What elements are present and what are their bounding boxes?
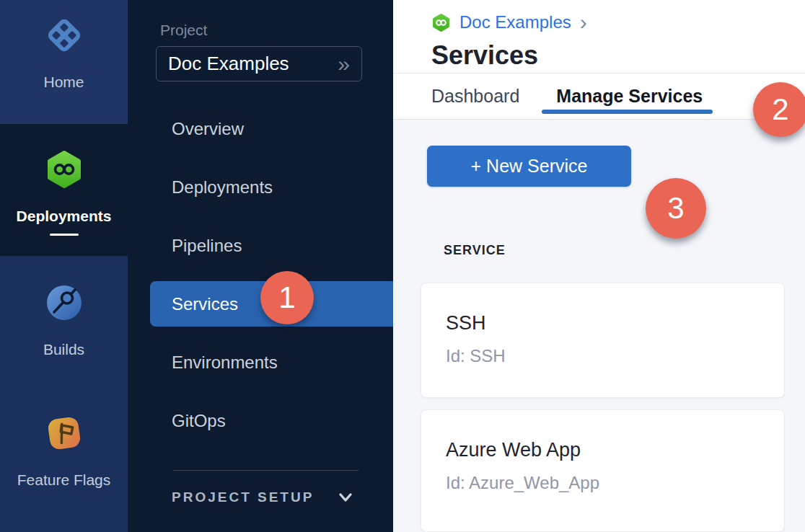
annotation-badge-3: 3 [646,178,706,239]
module-item-deployments[interactable]: Deployments [0,124,128,256]
chevron-right-icon: › [580,12,587,33]
breadcrumb: Doc Examples › [431,12,805,33]
service-card-azure-web-app[interactable]: Azure Web App Id: Azure_Web_App [421,409,785,532]
module-item-builds[interactable]: Builds [0,256,128,389]
module-item-home[interactable]: Home [0,0,128,124]
annotation-badge-1: 1 [260,271,314,324]
service-name: SSH [446,312,760,334]
app-window: Home Deployments [0,0,805,532]
sidebar-divider [173,470,358,471]
project-label: Project [160,22,393,39]
sidebar-item-pipelines[interactable]: Pipelines [128,216,393,275]
page-title: Services [431,40,805,71]
project-rail: Project Doc Examples » Overview Deployme… [128,0,393,532]
project-setup-toggle[interactable]: PROJECT SETUP [128,489,354,505]
active-module-underline [50,234,79,236]
annotation-badge-2: 2 [753,82,805,137]
project-switcher[interactable]: Doc Examples » [156,46,362,81]
chevron-down-icon [337,489,354,505]
module-item-feature-flags[interactable]: Feature Flags [0,389,128,532]
module-label-home: Home [43,74,84,91]
tab-bar: Dashboard Manage Services [393,74,805,120]
project-name: Doc Examples [168,53,289,75]
project-nav: Overview Deployments Pipelines Services … [128,99,393,450]
builds-icon [43,282,85,327]
page-header: Doc Examples › Services [393,0,805,74]
module-label-feature-flags: Feature Flags [17,471,111,489]
project-setup-label: PROJECT SETUP [172,489,314,505]
service-id: Id: SSH [446,346,760,366]
module-rail: Home Deployments [0,0,128,532]
module-label-deployments: Deployments [17,208,112,225]
sidebar-item-overview[interactable]: Overview [128,99,393,158]
sidebar-item-deployments[interactable]: Deployments [128,158,393,216]
module-label-builds: Builds [43,341,84,358]
tab-dashboard[interactable]: Dashboard [431,74,519,119]
home-icon [43,14,85,59]
deployments-icon [43,148,85,193]
service-id: Id: Azure_Web_App [446,473,760,493]
tab-manage-services[interactable]: Manage Services [556,74,703,119]
project-module-icon [431,13,451,32]
services-panel: + New Service SERVICE SSH Id: SSH Azure … [393,120,805,532]
new-service-button[interactable]: + New Service [427,146,631,187]
service-column-header: SERVICE [421,243,785,257]
service-name: Azure Web App [446,439,760,461]
service-card-ssh[interactable]: SSH Id: SSH [421,283,785,398]
main-content: Doc Examples › Services Dashboard Manage… [393,0,805,532]
feature-flags-icon [43,412,85,457]
breadcrumb-link-project[interactable]: Doc Examples [459,12,571,32]
sidebar-item-environments[interactable]: Environments [128,333,393,391]
sidebar-item-gitops[interactable]: GitOps [128,391,393,450]
double-chevron-icon: » [338,53,350,75]
